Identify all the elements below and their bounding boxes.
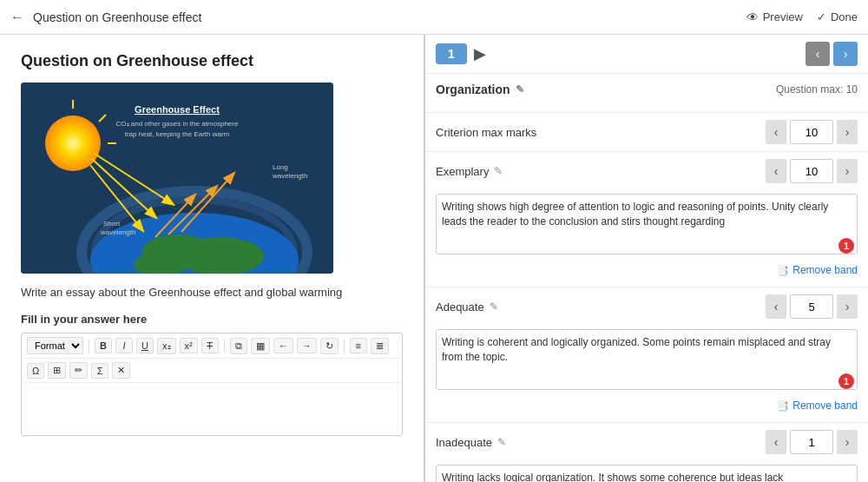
subscript-button[interactable]: x₂ — [157, 338, 176, 354]
remove-adequate-button[interactable]: Remove band — [792, 399, 858, 412]
remove-exemplary-button[interactable]: Remove band — [792, 264, 858, 276]
exemplary-remove-row: 📑 Remove band — [425, 261, 868, 283]
eye-icon: 👁 — [746, 10, 759, 24]
fill-answer-label: Fill in your answer here — [21, 313, 403, 326]
toolbar-row-2: Ω ⊞ ✏ Σ ✕ — [22, 359, 402, 383]
format-select[interactable]: Format — [27, 337, 83, 354]
band-inadequate: Inadequate ✎ ‹ › Writing lacks logical o… — [425, 423, 868, 482]
question-max: Question max: 10 — [776, 83, 858, 96]
svg-text:wavelength: wavelength — [272, 172, 307, 180]
exemplary-label: Exemplary ✎ — [436, 165, 503, 178]
question-title: Question on Greenhouse effect — [21, 52, 403, 70]
greenhouse-image: Greenhouse Effect CO₂ and other gases in… — [21, 83, 333, 274]
redo-button[interactable]: → — [297, 338, 317, 353]
copy-button[interactable]: ⧉ — [230, 338, 247, 354]
inadequate-label: Inadequate ✎ — [436, 436, 506, 449]
sigma-button[interactable]: Σ — [91, 363, 108, 379]
question-text: Write an essay about the Greenhouse effe… — [21, 286, 403, 299]
underline-button[interactable]: U — [136, 338, 154, 353]
criterion-max-label: Criterion max marks — [436, 126, 536, 139]
criterion-max-decrement[interactable]: ‹ — [766, 120, 786, 144]
criterion-max-controls: ‹ › — [766, 120, 858, 144]
prev-arrow[interactable]: ‹ — [806, 42, 830, 66]
band-adequate: Adequate ✎ ‹ › Writing is coherent and l… — [425, 287, 868, 423]
divider-3 — [344, 339, 345, 353]
omega-button[interactable]: Ω — [27, 363, 44, 379]
list-button[interactable]: ≡ — [350, 338, 367, 353]
divider-2 — [224, 339, 225, 353]
adequate-edit-icon[interactable]: ✎ — [490, 300, 498, 313]
superscript-button[interactable]: x² — [180, 338, 198, 353]
remove-exemplary-icon: 📑 — [777, 265, 789, 276]
bold-button[interactable]: B — [95, 338, 112, 353]
svg-text:CO₂ and other gases in the atm: CO₂ and other gases in the atmosphere — [116, 120, 239, 128]
exemplary-input[interactable] — [790, 159, 833, 183]
next-arrow[interactable]: › — [833, 42, 858, 66]
done-button[interactable]: ✓ Done — [817, 10, 858, 23]
exemplary-error-badge: 1 — [838, 238, 854, 254]
adequate-textarea-wrap: Writing is coherent and logically organi… — [425, 326, 868, 396]
criterion-section: Organization ✎ Question max: 10 — [425, 74, 868, 113]
left-panel: Question on Greenhouse effect — [0, 35, 425, 482]
topbar-right: 👁 Preview ✓ Done — [746, 10, 858, 24]
inadequate-textarea-wrap: Writing lacks logical organization. It s… — [425, 461, 868, 482]
exemplary-textarea[interactable]: Writing shows high degree of attention t… — [436, 194, 858, 254]
pen-button[interactable]: ✏ — [69, 362, 88, 379]
editor-body[interactable] — [22, 383, 402, 435]
svg-point-3 — [45, 116, 101, 171]
exemplary-edit-icon[interactable]: ✎ — [494, 165, 503, 177]
main-content: Question on Greenhouse effect — [0, 35, 868, 482]
inadequate-increment[interactable]: › — [837, 430, 858, 454]
criterion-max-increment[interactable]: › — [837, 120, 858, 144]
tab-1[interactable]: 1 — [436, 43, 467, 64]
italic-button[interactable]: I — [115, 338, 133, 353]
table-button[interactable]: ▦ — [251, 338, 270, 354]
remove-adequate-icon: 📑 — [777, 400, 789, 412]
page-title: Question on Greenhouse effect — [33, 10, 201, 24]
clear-button[interactable]: ✕ — [112, 362, 130, 379]
topbar: ← Question on Greenhouse effect 👁 Previe… — [0, 0, 868, 35]
criterion-header: Organization ✎ Question max: 10 — [436, 83, 858, 96]
grid-button[interactable]: ⊞ — [48, 362, 66, 379]
svg-text:wavelength: wavelength — [100, 228, 135, 236]
adequate-increment[interactable]: › — [837, 294, 858, 319]
strikethrough-button[interactable]: T — [201, 338, 219, 353]
svg-text:Greenhouse Effect: Greenhouse Effect — [135, 104, 220, 115]
check-icon: ✓ — [817, 10, 826, 23]
exemplary-score-row: Exemplary ✎ ‹ › — [425, 152, 868, 190]
adequate-decrement[interactable]: ‹ — [766, 294, 786, 319]
inadequate-decrement[interactable]: ‹ — [766, 430, 786, 454]
adequate-textarea[interactable]: Writing is coherent and logically organi… — [436, 329, 858, 390]
adequate-error-badge: 1 — [838, 373, 854, 389]
adequate-remove-row: 📑 Remove band — [425, 396, 868, 419]
criterion-edit-icon[interactable]: ✎ — [516, 83, 524, 96]
exemplary-textarea-wrap: Writing shows high degree of attention t… — [425, 190, 868, 261]
back-button[interactable]: ← — [10, 10, 24, 25]
adequate-label: Adequate ✎ — [436, 300, 498, 314]
exemplary-decrement[interactable]: ‹ — [766, 159, 786, 183]
adequate-controls: ‹ › — [766, 294, 858, 319]
adequate-score-row: Adequate ✎ ‹ › — [425, 287, 868, 326]
divider-1 — [89, 339, 89, 353]
inadequate-edit-icon[interactable]: ✎ — [497, 436, 506, 448]
cursor-icon: ▶ — [474, 44, 486, 63]
adequate-input[interactable] — [790, 294, 833, 319]
inadequate-controls: ‹ › — [766, 430, 858, 454]
svg-point-9 — [177, 237, 264, 274]
rubric-header: 1 ▶ ‹ › — [425, 35, 868, 74]
criterion-max-input[interactable] — [790, 120, 833, 144]
toolbar-row-1: Format B I U x₂ x² T ⧉ ▦ ← → ↻ ≡ ≣ — [22, 333, 402, 359]
ordered-list-button[interactable]: ≣ — [371, 338, 389, 354]
undo-button[interactable]: ← — [273, 338, 293, 353]
preview-button[interactable]: 👁 Preview — [746, 10, 803, 24]
exemplary-increment[interactable]: › — [837, 159, 858, 183]
band-exemplary: Exemplary ✎ ‹ › Writing shows high degre… — [425, 152, 868, 287]
reset-button[interactable]: ↻ — [320, 338, 339, 354]
inadequate-score-row: Inadequate ✎ ‹ › — [425, 423, 868, 461]
exemplary-controls: ‹ › — [766, 159, 858, 183]
editor-toolbar: Format B I U x₂ x² T ⧉ ▦ ← → ↻ ≡ ≣ Ω — [21, 333, 403, 436]
svg-text:trap heat, keeping the Earth w: trap heat, keeping the Earth warm — [125, 130, 230, 138]
inadequate-textarea[interactable]: Writing lacks logical organization. It s… — [436, 465, 858, 482]
inadequate-input[interactable] — [790, 430, 833, 454]
nav-arrows: ‹ › — [806, 42, 858, 66]
